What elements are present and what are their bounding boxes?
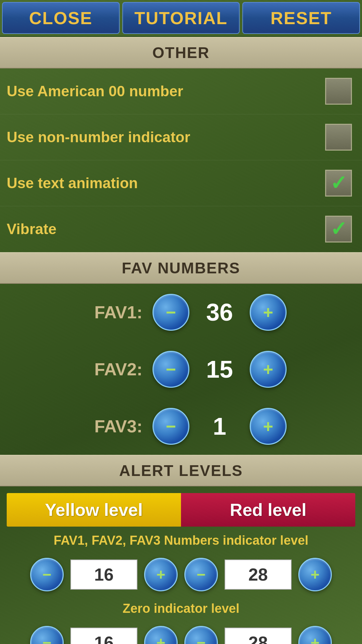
setting-vibrate-label: Vibrate (7, 221, 56, 237)
fav2-minus-button[interactable]: − (153, 351, 189, 388)
zero-yellow-plus-button[interactable]: + (144, 626, 178, 644)
fav1-minus-button[interactable]: − (153, 294, 189, 331)
yellow-level-label: Yellow level (7, 493, 181, 527)
other-section-header: OTHER (0, 37, 362, 68)
fav-red-minus-button[interactable]: − (184, 558, 218, 591)
minus-icon-2: − (166, 361, 176, 378)
zero-red-minus-button[interactable]: − (184, 626, 218, 644)
plus-icon-6: + (157, 635, 166, 644)
fav2-plus-button[interactable]: + (250, 351, 287, 388)
zero-indicator-label: Zero indicator level (0, 598, 362, 619)
fav3-value: 1 (199, 413, 240, 440)
zero-yellow-input[interactable]: 16 (70, 628, 137, 644)
setting-text-animation-checkbox[interactable]: ✓ (325, 170, 352, 197)
fav3-label: FAV3: (75, 416, 142, 436)
plus-icon: + (263, 304, 273, 321)
setting-non-number-checkbox[interactable] (325, 124, 352, 151)
tutorial-button[interactable]: TUTORIAL (122, 2, 240, 34)
setting-vibrate-checkbox[interactable]: ✓ (325, 216, 352, 243)
minus-icon-6: − (43, 635, 52, 644)
fav2-row: FAV2: − 15 + (0, 341, 362, 398)
top-bar: CLOSE TUTORIAL RESET (0, 0, 362, 37)
fav-red-input[interactable]: 28 (225, 559, 292, 590)
fav1-plus-button[interactable]: + (250, 294, 287, 331)
fav3-minus-button[interactable]: − (153, 408, 189, 445)
plus-icon-7: + (311, 635, 320, 644)
setting-text-animation: Use text animation ✓ (0, 160, 362, 206)
minus-icon-7: − (197, 635, 206, 644)
fav-indicator-label: FAV1, FAV2, FAV3 Numbers indicator level (0, 530, 362, 551)
setting-non-number: Use non-number indicator (0, 114, 362, 160)
red-level-label: Red level (181, 493, 355, 527)
fav1-value: 36 (199, 299, 240, 326)
fav2-label: FAV2: (75, 359, 142, 379)
minus-icon-4: − (43, 567, 52, 582)
close-button[interactable]: CLOSE (2, 2, 120, 34)
fav3-plus-button[interactable]: + (250, 408, 287, 445)
fav-red-plus-button[interactable]: + (298, 558, 332, 591)
alert-section-header: ALERT LEVELS (0, 455, 362, 486)
checkmark-icon-2: ✓ (330, 219, 347, 239)
fav1-row: FAV1: − 36 + (0, 284, 362, 341)
alert-level-bar: Yellow level Red level (7, 493, 355, 527)
fav-yellow-minus-button[interactable]: − (30, 558, 64, 591)
plus-icon-4: + (157, 567, 166, 582)
reset-button[interactable]: RESET (242, 2, 360, 34)
zero-red-input[interactable]: 28 (225, 628, 292, 644)
fav-indicator-row: − 16 + − 28 + (0, 551, 362, 598)
fav-yellow-plus-button[interactable]: + (144, 558, 178, 591)
fav2-value: 15 (199, 356, 240, 383)
zero-indicator-row: − 16 + − 28 + (0, 619, 362, 644)
minus-icon-5: − (197, 567, 206, 582)
minus-icon-3: − (166, 418, 176, 435)
minus-icon: − (166, 304, 176, 321)
setting-american-00-checkbox[interactable] (325, 78, 352, 105)
setting-text-animation-label: Use text animation (7, 175, 138, 192)
plus-icon-2: + (263, 361, 273, 378)
plus-icon-5: + (311, 567, 320, 582)
plus-icon-3: + (263, 418, 273, 435)
fav-section-header: FAV NUMBERS (0, 252, 362, 284)
fav-yellow-input[interactable]: 16 (70, 559, 137, 590)
setting-american-00: Use American 00 number (0, 68, 362, 114)
zero-red-plus-button[interactable]: + (298, 626, 332, 644)
fav1-label: FAV1: (75, 302, 142, 322)
setting-vibrate: Vibrate ✓ (0, 206, 362, 252)
checkmark-icon: ✓ (330, 173, 347, 193)
setting-non-number-label: Use non-number indicator (7, 129, 190, 146)
setting-american-00-label: Use American 00 number (7, 83, 183, 100)
fav3-row: FAV3: − 1 + (0, 398, 362, 455)
zero-yellow-minus-button[interactable]: − (30, 626, 64, 644)
